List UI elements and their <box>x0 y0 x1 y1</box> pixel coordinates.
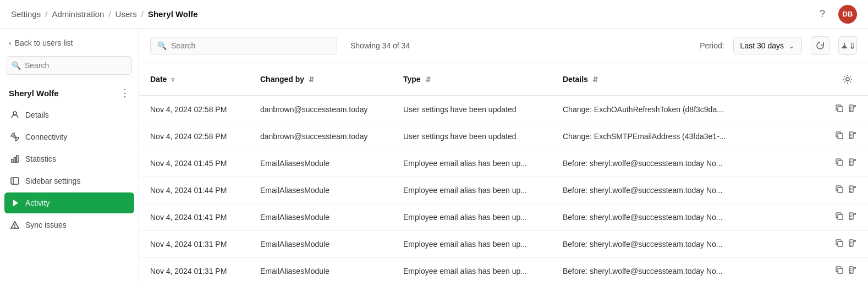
table-row: Nov 4, 2024 02:58 PM danbrown@successtea… <box>139 96 868 123</box>
svg-marker-7 <box>13 200 18 206</box>
sidebar-item-activity[interactable]: Activity <box>4 192 134 213</box>
export-button-0[interactable] <box>848 104 857 115</box>
activity-table-container: Date ▿ Changed by ⇵ Type ⇵ <box>139 63 868 281</box>
user-options-button[interactable]: ⋮ <box>120 87 130 99</box>
cell-details-text-1: Change: ExchSMTPEmailAddress (43fda3e1-.… <box>563 132 726 141</box>
activity-icon <box>10 198 20 208</box>
cell-date-1: Nov 4, 2024 02:58 PM <box>139 123 249 150</box>
main-search-input[interactable] <box>171 41 330 50</box>
export-button-3[interactable] <box>848 185 857 196</box>
copy-button-6[interactable] <box>835 266 844 277</box>
sidebar: ‹ Back to users list 🔍 Sheryl Wolfe ⋮ De… <box>0 29 139 281</box>
export-button-2[interactable] <box>848 158 857 169</box>
breadcrumb-users[interactable]: Users <box>116 9 137 19</box>
cell-type-3: Employee email alias has been up... <box>392 177 552 204</box>
sidebar-item-statistics[interactable]: Statistics <box>4 148 134 169</box>
sidebar-search-container: 🔍 <box>7 56 132 75</box>
connectivity-icon <box>10 132 20 142</box>
table-row: Nov 4, 2024 01:45 PM EmailAliasesModule … <box>139 150 868 177</box>
breadcrumb-sep-2: / <box>108 9 111 19</box>
breadcrumb-current: Sheryl Wolfe <box>148 9 198 19</box>
cell-changed-by-4: EmailAliasesModule <box>249 204 392 231</box>
col-details-label: Details <box>563 75 588 84</box>
cell-details-0: Change: ExchOAuthRefreshToken (d8f3c9da.… <box>552 96 868 123</box>
cell-details-text-0: Change: ExchOAuthRefreshToken (d8f3c9da.… <box>563 105 723 114</box>
sidebar-item-activity-label: Activity <box>25 199 50 207</box>
svg-rect-5 <box>11 178 19 184</box>
export-button-1[interactable] <box>848 131 857 142</box>
sidebar-item-sync-issues-label: Sync issues <box>25 221 67 229</box>
main-toolbar: 🔍 Showing 34 of 34 Period: Last 30 days … <box>139 29 868 63</box>
sidebar-item-statistics-label: Statistics <box>25 155 56 163</box>
help-button[interactable]: ? <box>813 5 832 24</box>
cell-details-1: Change: ExchSMTPEmailAddress (43fda3e1-.… <box>552 123 868 150</box>
export-button-6[interactable] <box>848 266 857 277</box>
copy-button-4[interactable] <box>835 212 844 223</box>
person-icon <box>10 110 20 120</box>
download-button[interactable]: ⇓ <box>838 36 857 55</box>
sidebar-item-sidebar-settings[interactable]: Sidebar settings <box>4 170 134 191</box>
period-select[interactable]: Last 30 days ⌄ <box>733 37 802 54</box>
cell-type-4: Employee email alias has been up... <box>392 204 552 231</box>
table-header-row: Date ▿ Changed by ⇵ Type ⇵ <box>139 63 868 96</box>
copy-button-5[interactable] <box>835 239 844 250</box>
copy-button-2[interactable] <box>835 158 844 169</box>
sidebar-item-sync-issues[interactable]: Sync issues <box>4 214 134 235</box>
topbar: Settings / Administration / Users / Sher… <box>0 0 868 29</box>
copy-button-1[interactable] <box>835 131 844 142</box>
col-header-date[interactable]: Date ▿ <box>139 63 249 96</box>
sort-changed-by-icon: ⇵ <box>309 76 314 84</box>
breadcrumb-sep-3: / <box>141 9 144 19</box>
svg-rect-17 <box>838 134 843 139</box>
export-button-4[interactable] <box>848 212 857 223</box>
refresh-button[interactable] <box>811 36 829 55</box>
cell-details-text-6: Before: sheryl.wolfe@successteam.today N… <box>563 267 722 276</box>
avatar[interactable]: DB <box>838 5 857 24</box>
cell-changed-by-2: EmailAliasesModule <box>249 150 392 177</box>
sort-date-icon: ▿ <box>171 76 174 84</box>
breadcrumb-administration[interactable]: Administration <box>52 9 104 19</box>
user-header: Sheryl Wolfe ⋮ <box>0 81 139 102</box>
activity-table: Date ▿ Changed by ⇵ Type ⇵ <box>139 63 868 281</box>
breadcrumb-settings[interactable]: Settings <box>11 9 41 19</box>
main-content: 🔍 Showing 34 of 34 Period: Last 30 days … <box>139 29 868 281</box>
sidebar-item-connectivity-label: Connectivity <box>25 133 67 141</box>
svg-rect-32 <box>838 214 843 219</box>
table-row: Nov 4, 2024 01:44 PM EmailAliasesModule … <box>139 177 868 204</box>
sort-details-icon: ⇵ <box>592 76 598 84</box>
cell-type-5: Employee email alias has been up... <box>392 231 552 258</box>
back-to-users-link[interactable]: ‹ Back to users list <box>0 29 139 56</box>
copy-button-3[interactable] <box>835 185 844 196</box>
cell-details-3: Before: sheryl.wolfe@successteam.today N… <box>552 177 868 203</box>
row-actions-0 <box>835 104 857 115</box>
copy-button-0[interactable] <box>835 104 844 115</box>
cell-date-4: Nov 4, 2024 01:41 PM <box>139 204 249 231</box>
sidebar-item-connectivity[interactable]: Connectivity <box>4 126 134 147</box>
period-label: Period: <box>700 41 724 50</box>
col-date-label: Date <box>150 75 167 84</box>
export-button-5[interactable] <box>848 239 857 250</box>
svg-point-1 <box>14 136 16 138</box>
svg-rect-3 <box>14 157 16 162</box>
chevron-down-icon: ⌄ <box>788 41 795 50</box>
row-actions-3 <box>835 185 857 196</box>
svg-point-11 <box>846 78 849 81</box>
table-settings-button[interactable] <box>838 70 857 89</box>
sidebar-item-details-label: Details <box>25 111 49 119</box>
breadcrumb-sep-1: / <box>45 9 47 19</box>
cell-changed-by-3: EmailAliasesModule <box>249 177 392 204</box>
svg-rect-42 <box>838 268 843 273</box>
main-search-container: 🔍 <box>150 37 337 54</box>
svg-rect-12 <box>838 107 843 112</box>
col-header-type[interactable]: Type ⇵ <box>392 63 552 96</box>
col-header-changed-by[interactable]: Changed by ⇵ <box>249 63 392 96</box>
sidebar-search-icon: 🔍 <box>12 61 21 70</box>
showing-count: Showing 34 of 34 <box>350 41 410 50</box>
table-row: Nov 4, 2024 01:41 PM EmailAliasesModule … <box>139 204 868 231</box>
svg-rect-2 <box>12 159 13 162</box>
col-header-details[interactable]: Details ⇵ <box>552 63 868 95</box>
cell-date-6: Nov 4, 2024 01:31 PM <box>139 258 249 282</box>
svg-rect-22 <box>838 161 843 166</box>
sidebar-search-input[interactable] <box>7 56 132 75</box>
sidebar-item-details[interactable]: Details <box>4 104 134 125</box>
